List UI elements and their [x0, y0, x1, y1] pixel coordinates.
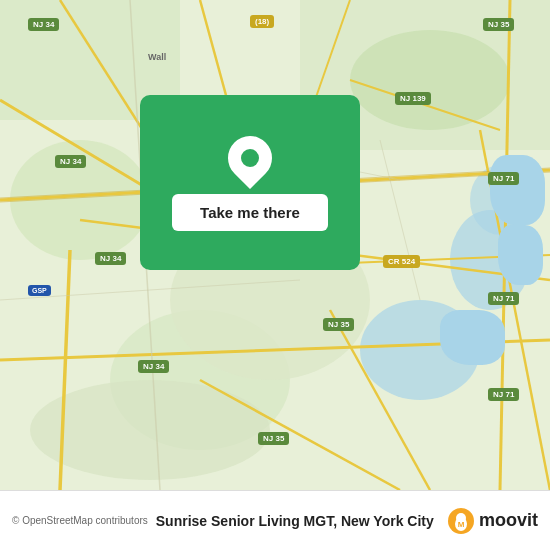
route-18-badge: (18) — [250, 15, 274, 28]
route-nj139-badge: NJ 139 — [395, 92, 431, 105]
route-nj34-badge-1: NJ 34 — [28, 18, 59, 31]
moovit-text: moovit — [479, 510, 538, 531]
copyright-text: © OpenStreetMap contributors — [12, 515, 148, 526]
bottom-bar: © OpenStreetMap contributors Sunrise Sen… — [0, 490, 550, 550]
moovit-logo-icon: M — [447, 507, 475, 535]
place-name: Sunrise Senior Living MGT, New York City — [156, 513, 439, 529]
svg-point-3 — [350, 30, 510, 130]
route-cr524-badge: CR 524 — [383, 255, 420, 268]
gsp-badge: GSP — [28, 285, 51, 296]
route-nj71-badge-2: NJ 71 — [488, 292, 519, 305]
route-nj34-badge-3: NJ 34 — [95, 252, 126, 265]
water-body-1 — [490, 155, 545, 225]
water-body-2 — [498, 225, 543, 285]
moovit-logo: M moovit — [447, 507, 538, 535]
location-card: Take me there — [140, 95, 360, 270]
map-container: Wall NJ 34 NJ 34 NJ 34 NJ 34 (18) NJ 35 … — [0, 0, 550, 490]
route-nj34-badge-2: NJ 34 — [55, 155, 86, 168]
route-nj35-badge-1: NJ 35 — [483, 18, 514, 31]
route-nj71-badge-1: NJ 71 — [488, 172, 519, 185]
svg-point-10 — [30, 380, 270, 480]
take-me-there-button[interactable]: Take me there — [172, 194, 328, 231]
route-nj35-badge-2: NJ 35 — [323, 318, 354, 331]
water-body-3 — [440, 310, 505, 365]
route-nj71-badge-3: NJ 71 — [488, 388, 519, 401]
map-pin-icon — [226, 134, 274, 182]
route-nj34-badge-4: NJ 34 — [138, 360, 169, 373]
wall-label: Wall — [148, 52, 166, 62]
svg-text:M: M — [458, 520, 465, 529]
route-nj35-badge-3: NJ 35 — [258, 432, 289, 445]
